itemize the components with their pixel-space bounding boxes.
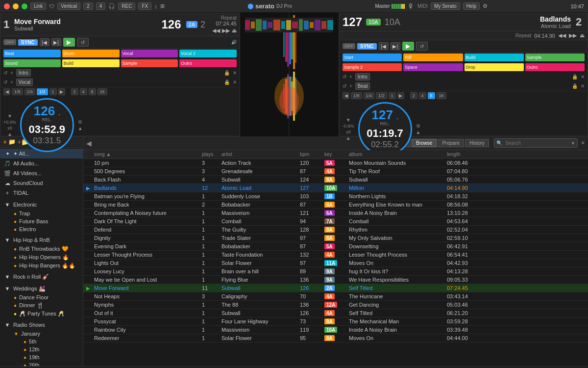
deck2-loop-button[interactable]: ↺ — [416, 42, 428, 51]
sidebar-item-future-bass[interactable]: ● Future Bass — [10, 217, 83, 225]
header-album[interactable]: album — [349, 152, 447, 157]
table-row[interactable]: Redeemer 1 Solar Flower 95 8A Moves On 0… — [83, 334, 588, 342]
deck2-sample-cue[interactable]: Sample — [525, 53, 585, 61]
deck2-build-cue[interactable]: Build — [465, 53, 524, 61]
deck1-eject-icon[interactable]: ⏏ — [232, 27, 237, 34]
sidebar-item-party-tunes[interactable]: ● 🥂 Party Tunes 🥂 — [10, 310, 83, 318]
sidebar-item-12th[interactable]: ● 12th — [20, 345, 83, 353]
table-row[interactable]: Loosey Lucy 1 Brain over a hill 89 9A hu… — [83, 267, 588, 276]
deck2-loop-1-8[interactable]: 1/8 — [351, 92, 362, 99]
table-row[interactable]: Out of it 1 Subwall 126 4A Self Titled 0… — [83, 309, 588, 317]
deck1-cue2-add-icon[interactable]: + — [10, 79, 13, 85]
deck2-drop-cue[interactable]: Drop — [465, 63, 524, 71]
fx-button[interactable]: FX — [138, 2, 151, 10]
deck2-prev-icon[interactable]: ◀◀ — [558, 32, 566, 39]
minimize-dot[interactable] — [13, 3, 19, 9]
deck1-loop-1-8[interactable]: 1/8 — [12, 88, 23, 95]
deck1-loop-next[interactable]: ▶ — [58, 88, 65, 95]
table-row[interactable]: Batman you're Flying 1 Suddenly Loose 10… — [83, 192, 588, 201]
deck2-next-icon[interactable]: ▶▶ — [569, 32, 577, 39]
table-row[interactable]: Not Heaps 3 Caligraphy 70 4A The Hurrica… — [83, 292, 588, 301]
sidebar-item-rnb-throwbacks[interactable]: ● RnB Throwbacks 🧡 — [10, 245, 83, 253]
deck1-loop-2[interactable]: 2 — [71, 88, 78, 95]
deck2-outro-cue[interactable]: Outro — [525, 63, 585, 71]
table-row[interactable]: Back Flash 4 Subwall 124 8A Subwall 05:0… — [83, 176, 588, 184]
deck2-cue2-close[interactable]: ✕ — [581, 83, 585, 89]
table-row[interactable]: 500 Degrees 3 Grenadesafe 87 4A Tip The … — [83, 167, 588, 176]
table-row[interactable]: Defend 1 The Guilty 128 8A Rhythm 02:52.… — [83, 226, 588, 234]
table-row[interactable]: Rainbow City 1 Massiveism 119 10A Inside… — [83, 326, 588, 334]
gear-icon[interactable]: ⚙ — [483, 3, 488, 9]
sidebar-item-dinner[interactable]: ● Dinner 🍴 — [10, 301, 83, 310]
table-row[interactable]: Nymphs 1 The 88 136 12A Get Dancing 05:0… — [83, 301, 588, 309]
deck2-loop-1-2[interactable]: 1/2 — [376, 92, 387, 99]
sidebar-item-hiphop-openers[interactable]: ● Hip Hop Openers 🔥 — [10, 253, 83, 262]
deck1-loop-prev[interactable]: ◀ — [3, 88, 10, 95]
sidebar-item-5th[interactable]: ● 5th — [20, 338, 83, 345]
deck1-settings-icon[interactable]: ⚙ — [78, 119, 83, 125]
sidebar-item-dance-floor[interactable]: ● Dance Floor — [10, 293, 83, 301]
deck2-loop-16[interactable]: 16 — [437, 92, 446, 99]
deck1-off-button[interactable]: OFF — [3, 39, 16, 45]
sidebar-item-hiphop-bangers[interactable]: ● Hip Hop Bangers 🔥🔥 — [10, 262, 83, 270]
deck2-loop-next[interactable]: ▶ — [397, 92, 404, 99]
deck1-sample-cue[interactable]: Sample — [121, 59, 178, 67]
deck2-loop-1[interactable]: 1 — [389, 92, 396, 99]
table-row[interactable]: Dignity 1 Trade Slater 97 8A My Only Sal… — [83, 234, 588, 242]
deck1-outro-cue[interactable]: Outro — [179, 59, 237, 67]
deck2-off-button[interactable]: OFF — [343, 43, 355, 49]
deck1-cue-close[interactable]: ✕ — [233, 70, 237, 76]
table-row[interactable]: Pussycat 1 Four Lane Highway 73 8A The M… — [83, 317, 588, 326]
header-key[interactable]: key — [324, 152, 349, 157]
sidebar-item-trap[interactable]: ● Trap — [10, 210, 83, 217]
deck1-loop-button[interactable]: ↺ — [77, 38, 89, 47]
rec-button[interactable]: REC — [118, 2, 135, 10]
deck2-cue-reload-icon[interactable]: ↺ — [343, 74, 346, 79]
header-length[interactable]: length — [447, 152, 481, 157]
deck1-prev-icon[interactable]: ◀◀ — [212, 27, 220, 34]
sidebar-item-weddings[interactable]: ▼ Weddings 💒 — [0, 284, 83, 293]
deck1-loop-4[interactable]: 4 — [80, 88, 87, 95]
table-row[interactable]: Dark Of The Light 1 Comball 94 7A Combal… — [83, 217, 588, 226]
deck1-pitch-down[interactable]: ▼ — [7, 113, 12, 119]
sidebar-item-26th[interactable]: ● 26th — [20, 361, 83, 366]
deck2-play-button[interactable]: ▶ — [402, 42, 414, 51]
my-serato-button[interactable]: My Serato — [431, 2, 460, 10]
deck1-dial[interactable]: 126 . REL. 03:52.9 03:31.5 — [20, 98, 74, 152]
deck2-settings-icon[interactable]: ⚙ — [416, 123, 421, 129]
deck1-cue-next-button[interactable]: ▶| — [51, 38, 61, 46]
sidebar-item-tidal[interactable]: + TIDAL — [0, 188, 83, 198]
header-bpm[interactable]: bpm — [300, 152, 324, 157]
deck1-build-cue[interactable]: Build — [62, 59, 120, 67]
deck2-loop-8[interactable]: 8 — [428, 92, 435, 99]
deck2-loop-prev[interactable]: ◀ — [343, 92, 349, 99]
header-song[interactable]: song ▲ — [94, 152, 202, 157]
deck2-space-cue[interactable]: Space — [403, 63, 463, 71]
table-row[interactable]: Lights Out 1 Solar Flower 97 11A Moves O… — [83, 259, 588, 267]
deck1-drum-cue[interactable]: Drum — [62, 50, 120, 57]
deck1-sync-button[interactable]: SYNC — [18, 39, 38, 46]
deck2-loop-2[interactable]: 2 — [410, 92, 417, 99]
help-button[interactable]: Help — [463, 2, 480, 10]
sidebar-item-january[interactable]: ▼ January — [10, 330, 83, 338]
deck2-cue-add-icon[interactable]: + — [349, 74, 352, 79]
deck2-cue2-reload-icon[interactable]: ↺ — [343, 83, 346, 89]
deck1-loop-8[interactable]: 8 — [89, 88, 96, 95]
link-button[interactable]: Link — [30, 2, 46, 10]
deck2-pitch-down[interactable]: ▼ — [346, 117, 351, 123]
deck2-cue-close[interactable]: ✕ — [581, 74, 585, 79]
deck2-dial[interactable]: 127 . REL. 01:19.7 02:55.2 — [358, 102, 412, 156]
table-row[interactable]: ▶ Badlands 12 Atomic Load 127 10A Millio… — [83, 184, 588, 192]
deck2-start-cue[interactable]: Start — [343, 53, 402, 61]
deck1-vocal2-cue[interactable]: Vocal 2 — [179, 50, 237, 57]
header-artist[interactable]: artist — [221, 152, 300, 157]
sidebar-item-rock[interactable]: ▼ Rock n Roll 🎸 — [0, 272, 83, 282]
deck1-loop-1[interactable]: 1 — [49, 88, 57, 95]
deck1-vocal-cue[interactable]: Vocal — [121, 50, 178, 57]
deck1-cue-prev-button[interactable]: |◀ — [40, 38, 49, 46]
table-row[interactable]: ▶ Move Forward 11 Subwall 126 2A Self Ti… — [83, 284, 588, 292]
deck1-expand-icon[interactable]: ▲ — [78, 126, 83, 131]
header-plays[interactable]: plays — [202, 152, 221, 157]
deck2-eject-icon[interactable]: ⏏ — [580, 32, 585, 39]
deck1-sound-cue[interactable]: Sound — [3, 59, 61, 67]
